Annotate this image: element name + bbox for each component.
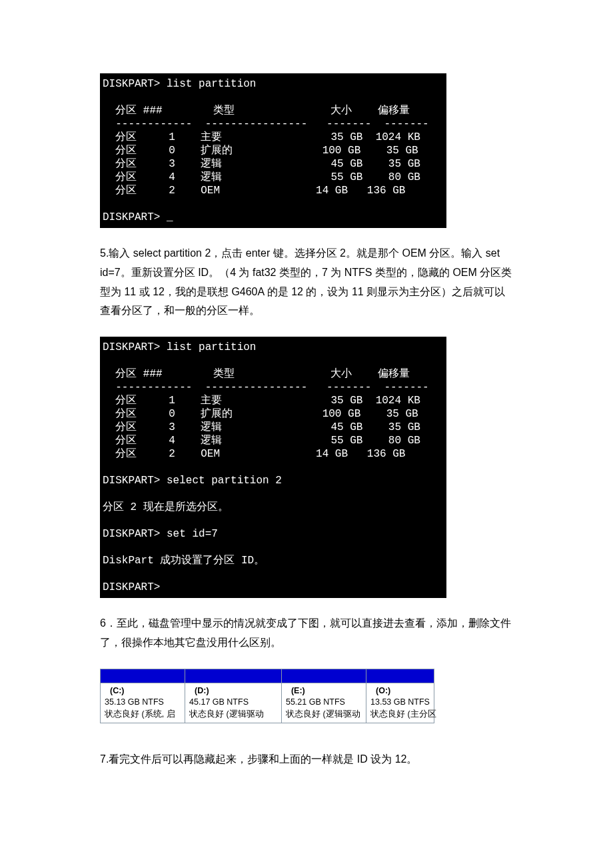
disk-volume-cell: (C:)35.13 GB NTFS状态良好 (系统, 启: [101, 669, 185, 723]
volume-header-bar: [101, 669, 185, 683]
diskpart-console-1: DISKPART> list partition 分区 ### 类型 大小 偏移…: [100, 73, 446, 228]
step-6-text: 6．至此，磁盘管理中显示的情况就变成了下图，就可以直接进去查看，添加，删除文件了…: [100, 614, 513, 653]
disk-volume-cell: (O:)13.53 GB NTFS状态良好 (主分区: [366, 669, 434, 723]
volume-header-bar: [366, 669, 434, 683]
volume-header-bar: [282, 669, 366, 683]
volume-info: (D:)45.17 GB NTFS状态良好 (逻辑驱动: [185, 683, 281, 723]
step-7-text: 7.看完文件后可以再隐藏起来，步骤和上面的一样就是 ID 设为 12。: [100, 750, 513, 769]
disk-volume-cell: (D:)45.17 GB NTFS状态良好 (逻辑驱动: [185, 669, 281, 723]
volume-info: (E:)55.21 GB NTFS状态良好 (逻辑驱动: [282, 683, 366, 723]
disk-volume-cell: (E:)55.21 GB NTFS状态良好 (逻辑驱动: [281, 669, 366, 723]
volume-info: (O:)13.53 GB NTFS状态良好 (主分区: [366, 683, 434, 723]
disk-management-row: (C:)35.13 GB NTFS状态良好 (系统, 启(D:)45.17 GB…: [100, 669, 434, 724]
step-5-text: 5.输入 select partition 2，点击 enter 键。选择分区 …: [100, 244, 513, 321]
volume-header-bar: [185, 669, 281, 683]
diskpart-console-2: DISKPART> list partition 分区 ### 类型 大小 偏移…: [100, 337, 446, 598]
volume-info: (C:)35.13 GB NTFS状态良好 (系统, 启: [101, 683, 185, 723]
